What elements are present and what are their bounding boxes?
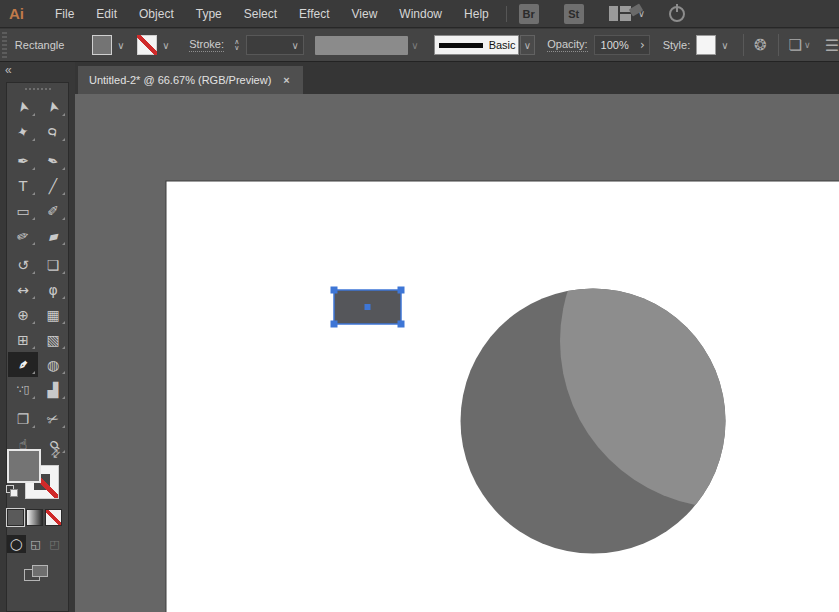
slice-tool[interactable]: ✂ — [38, 406, 68, 431]
draw-inside-mode[interactable]: ◰ — [45, 535, 64, 553]
collapse-panel-icon[interactable]: « — [5, 63, 11, 77]
stroke-weight-stepper[interactable]: ∧ ∨ — [231, 39, 243, 51]
brush-chevron-icon[interactable]: ∨ — [520, 35, 536, 55]
document-setup-icon[interactable]: ❏ — [789, 36, 802, 54]
default-fill-stroke-icon[interactable] — [6, 485, 19, 498]
lasso-tool[interactable]: σ — [38, 119, 68, 144]
eraser-tool[interactable]: ▰ — [38, 223, 68, 248]
control-bar: Rectangle ∨ ∨ Stroke: ∧ ∨ ∨ ∨ Basic ∨ Op… — [0, 29, 839, 62]
artboard-tool[interactable]: ❐ — [8, 406, 38, 431]
drawing-modes: ◯◱◰ — [7, 535, 70, 553]
canvas-area[interactable] — [75, 94, 839, 612]
blend-tool[interactable]: ◍ — [38, 352, 68, 377]
selection-tool-icon: ➤ — [15, 99, 32, 114]
style-chevron-icon[interactable]: ∨ — [718, 35, 732, 55]
draw-normal-mode[interactable]: ◯ — [7, 535, 26, 553]
menu-item-type[interactable]: Type — [185, 7, 233, 21]
gradient-tool-icon: ▧ — [46, 333, 59, 347]
opacity-value[interactable]: 100% — [601, 39, 640, 51]
column-graph-tool[interactable]: ▟ — [38, 377, 68, 402]
none-button[interactable] — [45, 509, 62, 526]
color-button[interactable] — [7, 509, 24, 526]
tools-panel: ➤➤✦σ✒✒T╱▭✐✏▰↺❏↔φ⊕▦⊞▧✒◍∵▯▟❐✂☝ϙ ⇄ — [6, 82, 69, 612]
scale-tool[interactable]: ❏ — [38, 252, 68, 277]
selection-handle[interactable] — [398, 321, 405, 328]
menu-item-object[interactable]: Object — [128, 7, 185, 21]
tab-bar: Untitled-2* @ 66.67% (RGB/Preview) × — [75, 62, 839, 94]
line-segment-tool[interactable]: ╱ — [38, 173, 68, 198]
puppet-warp-tool[interactable]: φ — [38, 277, 68, 302]
tools-grid: ➤➤✦σ✒✒T╱▭✐✏▰↺❏↔φ⊕▦⊞▧✒◍∵▯▟❐✂☝ϙ — [8, 94, 68, 456]
magic-wand-tool-icon: ✦ — [16, 123, 31, 140]
panel-grip[interactable] — [25, 88, 51, 90]
pencil-tool[interactable]: ✏ — [8, 223, 38, 248]
chevron-down-icon[interactable]: ∨ — [288, 35, 303, 55]
brush-name: Basic — [489, 39, 516, 51]
brush-definition-dropdown[interactable]: Basic — [434, 35, 519, 55]
tools-dock: ➤➤✦σ✒✒T╱▭✐✏▰↺❏↔φ⊕▦⊞▧✒◍∵▯▟❐✂☝ϙ ⇄ — [0, 94, 75, 612]
menu-item-effect[interactable]: Effect — [288, 7, 340, 21]
eraser-tool-icon: ▰ — [46, 228, 59, 244]
style-swatch[interactable] — [696, 35, 715, 55]
stroke-weight-dropdown[interactable]: ∨ — [246, 35, 304, 55]
selection-handle[interactable] — [398, 287, 405, 294]
width-tool[interactable]: ↔ — [8, 277, 38, 302]
menu-item-view[interactable]: View — [341, 7, 389, 21]
menu-item-window[interactable]: Window — [388, 7, 453, 21]
document-tab-title[interactable]: Untitled-2* @ 66.67% (RGB/Preview) — [89, 74, 271, 86]
direct-selection-tool[interactable]: ➤ — [38, 94, 68, 119]
selection-tool[interactable]: ➤ — [8, 94, 38, 119]
workspace-switcher-icon[interactable] — [609, 6, 631, 21]
tab-close-icon[interactable]: × — [283, 74, 289, 86]
gradient-button[interactable] — [26, 509, 43, 526]
type-tool-icon: T — [19, 179, 28, 193]
fill-chevron-icon[interactable]: ∨ — [114, 35, 128, 55]
width-profile-dropdown-disabled — [315, 36, 409, 55]
mesh-tool[interactable]: ⊞ — [8, 327, 38, 352]
fill-color-indicator[interactable] — [7, 449, 41, 483]
none-slash-icon — [137, 35, 157, 55]
stock-button[interactable]: St — [564, 4, 584, 24]
width-tool-icon: ↔ — [17, 283, 29, 297]
perspective-grid-tool[interactable]: ▦ — [38, 302, 68, 327]
rectangle-tool[interactable]: ▭ — [8, 198, 38, 223]
document-tab[interactable]: Untitled-2* @ 66.67% (RGB/Preview) × — [78, 66, 303, 94]
chevron-down-icon[interactable]: ∨ — [804, 40, 811, 50]
eyedropper-tool[interactable]: ✒ — [8, 352, 38, 377]
opacity-label[interactable]: Opacity: — [547, 38, 587, 52]
paintbrush-tool[interactable]: ✐ — [38, 198, 68, 223]
draw-behind-mode[interactable]: ◱ — [26, 535, 45, 553]
gradient-tool[interactable]: ▧ — [38, 327, 68, 352]
opacity-field[interactable]: 100% › — [594, 35, 650, 55]
control-bar-grip[interactable] — [2, 32, 7, 58]
change-screen-mode-icon[interactable] — [24, 565, 50, 583]
stroke-label[interactable]: Stroke: — [189, 38, 224, 52]
menu-separator — [506, 6, 507, 22]
pen-tool[interactable]: ✒ — [8, 148, 38, 173]
scale-tool-icon: ❏ — [47, 258, 60, 272]
gpu-performance-icon[interactable] — [669, 6, 685, 22]
fill-color-swatch[interactable] — [92, 35, 111, 55]
bridge-button[interactable]: Br — [519, 4, 539, 24]
menu-item-select[interactable]: Select — [233, 7, 288, 21]
menu-item-file[interactable]: File — [44, 7, 85, 21]
curvature-tool[interactable]: ✒ — [38, 148, 68, 173]
stepper-down-icon[interactable]: ∨ — [231, 45, 243, 51]
symbol-sprayer-tool[interactable]: ∵▯ — [8, 377, 38, 402]
shape-builder-tool[interactable]: ⊕ — [8, 302, 38, 327]
opacity-slider-arrow-icon[interactable]: › — [640, 38, 645, 52]
recolor-artwork-icon[interactable]: ❂ — [754, 36, 767, 54]
stroke-color-swatch[interactable] — [137, 35, 156, 55]
selection-handle[interactable] — [331, 321, 338, 328]
stroke-chevron-icon[interactable]: ∨ — [159, 35, 173, 55]
type-tool[interactable]: T — [8, 173, 38, 198]
rotate-tool[interactable]: ↺ — [8, 252, 38, 277]
menu-item-edit[interactable]: Edit — [85, 7, 128, 21]
menu-item-help[interactable]: Help — [453, 7, 500, 21]
center-anchor[interactable] — [365, 304, 371, 310]
selection-handle[interactable] — [331, 287, 338, 294]
align-icon[interactable]: ☰ — [825, 36, 839, 55]
magic-wand-tool[interactable]: ✦ — [8, 119, 38, 144]
brush-stroke-preview — [439, 43, 483, 48]
pencil-tool-icon: ✏ — [15, 227, 31, 244]
